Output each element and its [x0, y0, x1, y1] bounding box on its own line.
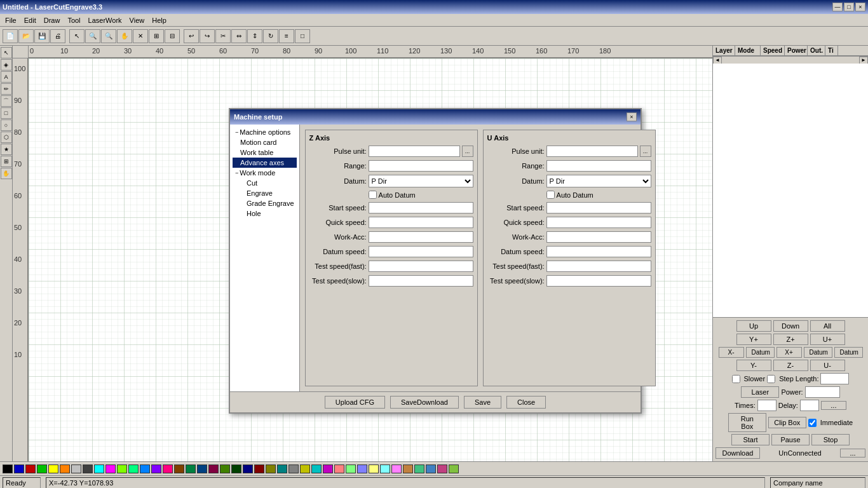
color-swatch-2[interactable] — [25, 464, 36, 473]
u-start-speed-input[interactable]: 10.0 — [546, 202, 651, 214]
down-button[interactable]: Down — [773, 320, 808, 332]
color-swatch-15[interactable] — [174, 464, 184, 473]
color-swatch-20[interactable] — [231, 464, 241, 473]
color-swatch-12[interactable] — [140, 464, 150, 473]
color-swatch-3[interactable] — [37, 464, 47, 473]
z-range-input[interactable]: 100 — [369, 160, 473, 172]
close-button[interactable]: × — [855, 3, 865, 11]
save-download-button[interactable]: SaveDownload — [390, 396, 459, 409]
color-swatch-7[interactable] — [83, 464, 93, 473]
z-test-fast-input[interactable]: 100.0 — [369, 261, 473, 272]
toolbar-save[interactable]: 💾 — [34, 29, 50, 43]
color-swatch-11[interactable] — [128, 464, 139, 473]
tool-table[interactable]: ⊞ — [1, 156, 12, 167]
tool-arrow[interactable]: ↖ — [1, 47, 12, 58]
color-swatch-10[interactable] — [117, 464, 127, 473]
u-test-fast-input[interactable]: 200.0 — [546, 261, 651, 272]
length-input[interactable]: 50.00 — [820, 373, 849, 384]
u-work-acc-input[interactable]: 700.0 — [546, 231, 651, 243]
datum-button-2[interactable]: Datum — [804, 347, 832, 358]
x-plus-button[interactable]: X+ — [776, 347, 802, 358]
color-swatch-31[interactable] — [357, 464, 367, 473]
toolbar-align[interactable]: ≡ — [279, 29, 294, 43]
z-auto-datum-checkbox[interactable] — [369, 191, 377, 199]
color-swatch-0[interactable] — [3, 464, 13, 473]
tree-advance-axes[interactable]: Advance axes — [233, 158, 297, 168]
tree-grade-engrave[interactable]: Grade Engrave — [233, 198, 297, 208]
datum-button-3[interactable]: Datum — [834, 347, 863, 358]
color-swatch-32[interactable] — [369, 464, 379, 473]
tree-motion-card[interactable]: Motion card — [233, 137, 297, 147]
immediate-checkbox[interactable] — [808, 419, 817, 427]
toolbar-mirror-v[interactable]: ⇕ — [247, 29, 262, 43]
u-pulse-btn[interactable]: ... — [640, 146, 651, 157]
toolbar-grid2[interactable]: ⊟ — [165, 29, 180, 43]
run-box-button[interactable]: Run Box — [728, 413, 766, 432]
start-button[interactable]: Start — [731, 434, 770, 445]
toolbar-new[interactable]: 📄 — [3, 29, 18, 43]
tool-bezier[interactable]: ⌒ — [1, 95, 12, 107]
toolbar-cut[interactable]: ✂ — [215, 29, 231, 43]
color-swatch-6[interactable] — [71, 464, 81, 473]
u-quick-speed-input[interactable]: 200.0 — [546, 217, 651, 228]
color-swatch-36[interactable] — [414, 464, 424, 473]
z-work-acc-input[interactable]: 500.0 — [369, 231, 473, 243]
toolbar-open[interactable]: 📂 — [18, 29, 34, 43]
x-minus-button[interactable]: X- — [719, 347, 744, 358]
menu-view[interactable]: View — [126, 15, 149, 25]
tool-rect[interactable]: □ — [1, 107, 12, 119]
toolbar-mirror-h[interactable]: ⇔ — [231, 29, 247, 43]
toolbar-zoom-out[interactable]: 🔍 — [101, 29, 116, 43]
color-swatch-18[interactable] — [208, 464, 219, 473]
delay-more-button[interactable]: ... — [821, 401, 846, 410]
scroll-right[interactable]: ► — [859, 57, 868, 64]
u-minus-button[interactable]: U- — [810, 360, 845, 371]
color-swatch-26[interactable] — [300, 464, 310, 473]
menu-file[interactable]: File — [1, 15, 20, 25]
color-swatch-23[interactable] — [266, 464, 276, 473]
u-auto-datum-checkbox[interactable] — [546, 191, 555, 199]
color-swatch-28[interactable] — [323, 464, 333, 473]
tree-hole[interactable]: Hole — [233, 208, 297, 219]
power-input[interactable]: 40.00 — [805, 386, 840, 398]
z-datum-select[interactable]: P Dir N Dir — [369, 175, 473, 187]
toolbar-delete[interactable]: ✕ — [133, 29, 148, 43]
z-start-speed-input[interactable]: 10.0 — [369, 202, 473, 214]
color-swatch-39[interactable] — [449, 464, 459, 473]
u-plus-button[interactable]: U+ — [810, 334, 845, 345]
z-minus-button[interactable]: Z- — [773, 360, 808, 371]
tool-pen[interactable]: ✏ — [1, 83, 12, 95]
times-input[interactable]: 1 — [757, 400, 776, 411]
clip-box-button[interactable]: Clip Box — [768, 417, 806, 428]
download-button[interactable]: Download — [715, 447, 760, 459]
delay-input[interactable]: 0 — [800, 400, 819, 411]
color-swatch-19[interactable] — [220, 464, 230, 473]
all-button[interactable]: All — [810, 320, 845, 332]
u-test-slow-input[interactable]: 30.0 — [546, 275, 651, 287]
more-button[interactable]: ... — [840, 449, 865, 458]
minimize-button[interactable]: — — [832, 3, 843, 11]
toolbar-print[interactable]: 🖨 — [50, 29, 65, 43]
color-swatch-27[interactable] — [311, 464, 322, 473]
menu-edit[interactable]: Edit — [20, 15, 40, 25]
menu-laserwork[interactable]: LaserWork — [85, 15, 126, 25]
tool-star[interactable]: ★ — [1, 144, 12, 155]
tool-node[interactable]: ◈ — [1, 59, 12, 71]
scroll-left[interactable]: ◄ — [713, 57, 722, 64]
color-swatch-34[interactable] — [391, 464, 402, 473]
dialog-close-button[interactable]: × — [627, 112, 637, 121]
z-test-slow-input[interactable]: 20.0 — [369, 275, 473, 287]
u-pulse-input[interactable]: 0.0031875000 — [546, 146, 638, 157]
tool-polygon[interactable]: ⬡ — [1, 132, 12, 143]
color-swatch-25[interactable] — [288, 464, 299, 473]
color-swatch-4[interactable] — [48, 464, 58, 473]
z-pulse-input[interactable]: 0.0031875000 — [369, 146, 460, 157]
color-swatch-13[interactable] — [151, 464, 161, 473]
slower-checkbox[interactable] — [732, 375, 740, 383]
color-swatch-38[interactable] — [437, 464, 447, 473]
u-range-input[interactable]: 100 — [546, 160, 651, 172]
color-swatch-16[interactable] — [186, 464, 196, 473]
toolbar-pan[interactable]: ✋ — [117, 29, 132, 43]
color-swatch-35[interactable] — [403, 464, 413, 473]
toolbar-select[interactable]: ↖ — [69, 29, 85, 43]
